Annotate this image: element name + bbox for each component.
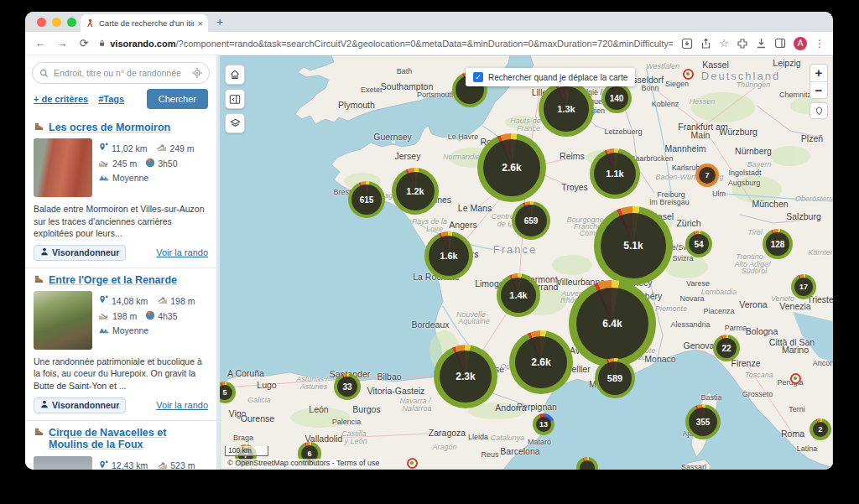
search-on-move-toggle[interactable]: ✓ Rechercher quand je déplace la carte: [466, 68, 635, 86]
map-cluster[interactable]: 589: [595, 358, 635, 398]
stat-distance: 14,08 km: [98, 294, 148, 307]
close-window-button[interactable]: [37, 18, 46, 27]
map-cluster[interactable]: 54: [685, 231, 712, 257]
map-cluster-count: 54: [689, 234, 709, 254]
tab-close-icon[interactable]: ×: [198, 18, 203, 29]
stat-ascent: 523 m: [156, 460, 195, 470]
map-cluster[interactable]: 2.3k: [434, 345, 497, 408]
zoom-in-button[interactable]: +: [810, 65, 827, 81]
geolocate-icon[interactable]: [192, 68, 202, 78]
map-cluster[interactable]: 615: [348, 181, 385, 218]
map-cluster[interactable]: 1.3k: [539, 81, 594, 137]
zoom-out-button[interactable]: −: [810, 81, 827, 98]
view-route-link[interactable]: Voir la rando: [156, 400, 208, 410]
more-criteria-link[interactable]: + de critères: [34, 94, 88, 104]
minimize-window-button[interactable]: [52, 18, 61, 27]
collapse-panel-button[interactable]: [225, 89, 245, 109]
search-on-move-label: Rechercher quand je déplace la carte: [488, 73, 627, 82]
map-cluster[interactable]: 17: [791, 274, 816, 299]
route-title-link[interactable]: Les ocres de Mormoiron: [34, 122, 208, 133]
layers-icon: [229, 117, 242, 129]
browser-tab[interactable]: Carte de recherche d'un itinér ×: [81, 14, 208, 32]
search-button[interactable]: Chercher: [147, 89, 208, 109]
map-cluster[interactable]: 2.6k: [509, 330, 573, 394]
route-card-list: Les ocres de Mormoiron11,02 km249 m245 m…: [25, 116, 216, 470]
route-title-link[interactable]: Entre l'Orge et la Renarde: [34, 274, 208, 286]
map-cluster-count: 1.4k: [501, 278, 536, 313]
reload-icon[interactable]: ⟳: [77, 37, 91, 49]
map-cluster[interactable]: 2: [810, 418, 831, 440]
stat-duration-value: 3h50: [158, 158, 177, 169]
route-card-footer: VisorandonneurVoir la rando: [34, 245, 208, 261]
address-bar[interactable]: visorando.com/?component=rando&task=sear…: [99, 39, 673, 49]
route-photo[interactable]: [34, 138, 92, 197]
locate-marker-button[interactable]: [810, 102, 828, 119]
download-icon[interactable]: [756, 38, 767, 49]
map-cluster-count: 355: [689, 408, 717, 436]
route-title-text: Les ocres de Mormoiron: [49, 122, 170, 133]
maximize-window-button[interactable]: [67, 18, 76, 27]
profile-avatar[interactable]: A: [794, 37, 807, 50]
map-point-marker[interactable]: [790, 373, 801, 384]
side-panel-icon[interactable]: [774, 38, 786, 49]
layers-button[interactable]: [225, 113, 245, 133]
view-route-link[interactable]: Voir la rando: [156, 247, 208, 257]
map-cluster[interactable]: 7: [695, 164, 719, 187]
map-cluster[interactable]: 33: [334, 373, 361, 400]
share-icon[interactable]: [700, 38, 711, 49]
search-input[interactable]: [54, 68, 187, 78]
save-icon[interactable]: [681, 38, 693, 49]
map-canvas[interactable]: BathSouthamptonExeterPortsmouthBrightonP…: [220, 55, 833, 470]
new-tab-button[interactable]: +: [216, 15, 223, 29]
route-card-body: 11,02 km249 m245 m3h50Moyenne: [34, 138, 208, 197]
map-cluster[interactable]: 5.1k: [594, 206, 673, 285]
route-photo[interactable]: [34, 291, 92, 350]
map-cluster[interactable]: 1.4k: [497, 273, 540, 317]
ascent-icon: [156, 295, 168, 306]
map-cluster-count: [580, 460, 595, 470]
url-params: /?component=rando&task=searchCircuitV2&g…: [175, 39, 673, 49]
map-cluster[interactable]: 22: [713, 335, 740, 361]
map-cluster-count: 2.6k: [483, 139, 540, 196]
search-filters-row: + de critères #Tags Chercher: [34, 89, 208, 109]
lock-icon: [99, 39, 105, 48]
map-point-marker[interactable]: [683, 69, 694, 80]
map-cluster-count: 1.1k: [594, 153, 636, 195]
stat-descent-value: 198 m: [112, 311, 137, 321]
route-card: Entre l'Orge et la Renarde14,08 km198 m1…: [25, 268, 216, 421]
map-cluster[interactable]: 6.4k: [569, 280, 656, 367]
map-cluster[interactable]: 140: [601, 83, 632, 113]
map-cluster[interactable]: 13: [533, 413, 554, 435]
bookmark-star-icon[interactable]: ☆: [719, 37, 729, 49]
tab-title: Carte de recherche d'un itinér: [99, 18, 194, 28]
stat-duration: 4h35: [145, 310, 177, 322]
map-pin-icon: [815, 107, 823, 116]
map-cluster[interactable]: 1.1k: [590, 148, 640, 199]
menu-icon[interactable]: ⋮: [815, 38, 825, 49]
back-icon[interactable]: ←: [34, 37, 47, 49]
stat-duration: 3h50: [145, 158, 177, 169]
map-cluster[interactable]: 1.2k: [392, 168, 439, 215]
map-cluster[interactable]: 1.6k: [424, 231, 473, 280]
route-photo[interactable]: [34, 456, 92, 470]
map-cluster[interactable]: 2.6k: [477, 133, 546, 202]
toolbar-actions: ☆ A ⋮: [681, 37, 825, 50]
forward-icon[interactable]: →: [55, 37, 69, 49]
map-attribution[interactable]: © OpenStreetMap contributors - Terms of …: [225, 459, 383, 467]
map-cluster[interactable]: 128: [763, 229, 793, 259]
author-badge[interactable]: Visorandonneur: [34, 397, 126, 413]
route-title-link[interactable]: Cirque de Navacelles et Moulins de la Fo…: [34, 427, 208, 451]
search-box[interactable]: [32, 62, 210, 84]
stat-duration-value: 4h35: [158, 311, 177, 321]
map-cluster[interactable]: 355: [685, 404, 721, 439]
map-cluster[interactable]: 659: [512, 201, 550, 240]
checkbox-checked-icon[interactable]: ✓: [473, 72, 483, 82]
home-button[interactable]: [225, 65, 245, 85]
extensions-icon[interactable]: [737, 38, 748, 49]
author-badge[interactable]: Visorandonneur: [34, 245, 126, 261]
hiking-boot-icon: [34, 427, 44, 439]
stat-difficulty-value: Moyenne: [112, 325, 148, 335]
map-cluster-count: 128: [766, 232, 789, 256]
map-point-marker[interactable]: [407, 458, 418, 469]
tags-link[interactable]: #Tags: [98, 94, 124, 104]
